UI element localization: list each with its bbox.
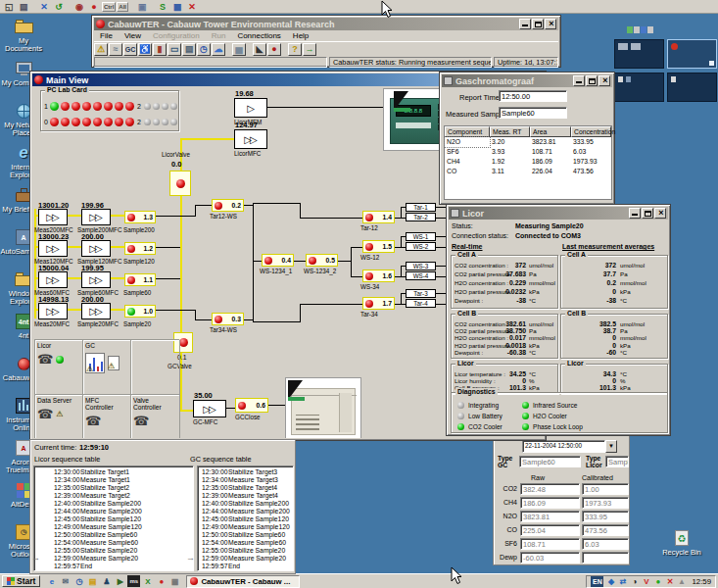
raw-field-dewp[interactable]: -60.03 (520, 552, 580, 564)
sample-valve-box[interactable]: 1.2 (124, 242, 156, 255)
ctrl-button[interactable]: Ctrl (102, 2, 116, 12)
altdesk-desktop-4[interactable] (667, 73, 717, 102)
measured-sample-field[interactable]: Sample60 (499, 107, 567, 119)
column-header-component[interactable]: Component (445, 126, 490, 137)
vshield-icon[interactable]: V (641, 576, 651, 587)
gc-results-table[interactable]: ComponentMeas. RTAreaConcentrationN2O3.2… (444, 125, 612, 200)
gc-panel-icon[interactable]: GC (123, 43, 137, 56)
sequence-row[interactable]: 12:49:00Measure Sample120 (202, 523, 293, 531)
sequence-row[interactable]: 12:45:00Stabilize Sample120 (54, 515, 193, 523)
maximize-button[interactable] (532, 19, 544, 29)
menu-run[interactable]: Run (206, 30, 232, 41)
sequence-row[interactable]: 12:55:00Stabilize Sample20 (54, 547, 193, 555)
app-title-bar[interactable]: CabauwTER - Cabauw Tower Environmental R… (94, 18, 558, 30)
media-icon[interactable]: ▶ (114, 575, 126, 587)
valve-ws-1234_2[interactable]: 0.5 (306, 254, 338, 267)
timestamp-combo[interactable]: 22-11-2004 12:50:00 (522, 440, 605, 453)
controller-gc[interactable]: GC⚠⚠ (83, 340, 131, 395)
desktop-icon-my-documents[interactable]: My Documents (0, 16, 47, 57)
gc-instrument-image[interactable] (285, 377, 361, 438)
sequence-row[interactable]: 12:59:00Measure Sample20 (54, 555, 193, 563)
valve-tar12-ws[interactable]: 0.2 (212, 199, 244, 212)
controller-valve-controller[interactable]: Valve Controller☎ (131, 395, 180, 438)
column-header-measrt[interactable]: Meas. RT (490, 126, 530, 137)
all-button[interactable]: All (117, 2, 128, 12)
alarms-icon[interactable]: ⚠ (94, 43, 108, 56)
raw-field-co2[interactable]: 382.48 (520, 483, 580, 495)
sequence-row[interactable]: 12:34:00Measure Target1 (54, 476, 193, 484)
network-icon[interactable]: ⇄ (617, 576, 628, 587)
close-button[interactable]: × (545, 19, 556, 29)
calibrated-field-co2[interactable]: 1.00 (582, 483, 629, 495)
valve-tar-12[interactable]: 1.4 (362, 211, 395, 223)
weather-icon[interactable]: ☁ (212, 43, 225, 56)
sequence-row[interactable]: 12:55:00Stabilize Sample20 (202, 547, 293, 555)
sequence-row[interactable]: 12:49:00Measure Sample120 (54, 523, 193, 531)
autosampler-icon[interactable]: ♿ (138, 43, 152, 56)
mfc-meas-box[interactable]: ▷▷ (38, 271, 68, 288)
sequence-row[interactable]: 12:44:00Measure Sample200 (202, 508, 293, 515)
maximize-button[interactable] (642, 208, 653, 219)
minimize-button[interactable] (629, 208, 641, 219)
valve-tar34-ws[interactable]: 0.3 (212, 313, 244, 325)
sequence-row[interactable]: 12:44:00Measure Sample200 (54, 508, 193, 515)
sequence-row[interactable]: 12:50:00Stabilize Sample60 (202, 531, 293, 539)
sequence-row[interactable]: 12:45:00Stabilize Sample120 (202, 515, 293, 523)
ie-icon[interactable]: e (45, 575, 58, 587)
type-licor-field[interactable]: Sample60 (605, 456, 629, 467)
sample-valve-box[interactable]: 1.0 (124, 305, 156, 318)
sequence-row[interactable]: 12:40:00Stabilize Sample200 (54, 500, 193, 508)
licor-sequence-list[interactable]: 12:30:00Stabilize Target112:34:00Measure… (33, 466, 194, 571)
view-icon[interactable]: ◉ (72, 0, 86, 13)
cabauwter-icon[interactable]: ● (155, 575, 168, 587)
mfc-meas-box[interactable]: ▷▷ (38, 303, 68, 319)
close-button[interactable]: × (598, 75, 610, 86)
controller-data-server[interactable]: Data Server☎⚠ (35, 395, 83, 438)
licor-mfc-box[interactable]: ▷▷ (234, 129, 267, 149)
mail-icon[interactable]: ✉ (59, 575, 72, 587)
calibrated-field-ch4[interactable]: 1973.93 (582, 497, 629, 509)
sequence-row[interactable]: 12:54:00Measure Sample60 (54, 539, 193, 547)
sequence-row[interactable]: 12:50:00Stabilize Sample60 (54, 531, 193, 539)
show-desktop-icon[interactable]: ▦ (168, 575, 181, 587)
user-icon[interactable]: ♟ (100, 575, 113, 587)
mfc-sample-box[interactable]: ▷▷ (81, 240, 111, 257)
gc-close-box[interactable]: 0.6 (235, 398, 268, 413)
raw-field-co[interactable]: 225.04 (520, 524, 580, 536)
menu-configuration[interactable]: Configuration (147, 30, 206, 41)
sequence-row[interactable]: 12:39:00Measure Target2 (54, 492, 193, 500)
close-window-icon[interactable]: ✕ (37, 0, 51, 13)
schedule-icon[interactable]: ◷ (197, 43, 211, 56)
language-indicator[interactable]: EN (591, 576, 603, 587)
altdesk-toolbar[interactable] (627, 26, 656, 34)
sample-valve-box[interactable]: 1.3 (124, 211, 156, 223)
calibrated-field-co[interactable]: 473.56 (582, 524, 629, 536)
mfc-meas-box[interactable]: ▷▷ (38, 240, 68, 257)
mfc-sample-box[interactable]: ▷▷ (81, 303, 111, 319)
maximize-button[interactable] (586, 75, 598, 86)
combo-dropdown-button[interactable]: ▼ (605, 440, 617, 453)
controller-mfc-controller[interactable]: MFC Controller☎ (83, 395, 131, 438)
sequence-row[interactable]: 12:40:00Stabilize Sample200 (202, 500, 293, 508)
help-icon[interactable]: ? (288, 43, 302, 56)
sequence-row[interactable]: 12:35:00Stabilize Target4 (202, 484, 293, 492)
minimize-button[interactable] (519, 19, 531, 29)
altdesk-desktop-3[interactable] (614, 73, 664, 102)
valve-ws-12[interactable]: 1.5 (362, 240, 395, 253)
altdesk-desktop-2[interactable] (667, 39, 717, 69)
valve-ws-1234_1[interactable]: 0.4 (262, 254, 294, 267)
type-gc-field[interactable]: Sample60 (519, 456, 581, 467)
calibrated-field-dewp[interactable] (582, 552, 629, 564)
gc-sequence-list[interactable]: 12:30:00Stabilize Target312:34:00Measure… (197, 466, 294, 571)
licor-window-title-bar[interactable]: Licor × (449, 207, 668, 220)
refresh-icon[interactable]: ↺ (52, 0, 66, 13)
close-button[interactable]: × (654, 208, 666, 219)
report-time-field[interactable]: 12:50.00 (499, 90, 567, 102)
menu-connections[interactable]: Connections (231, 30, 286, 41)
start-button[interactable]: Start (2, 575, 40, 587)
sequence-row[interactable]: 12:30:00Stabilize Target1 (54, 468, 193, 476)
mfc-sample-box[interactable]: ▷▷ (81, 209, 111, 225)
record-icon[interactable]: ● (87, 0, 101, 13)
window-restore-icon[interactable]: ◱ (2, 0, 16, 13)
menu-help[interactable]: Help (287, 30, 314, 41)
